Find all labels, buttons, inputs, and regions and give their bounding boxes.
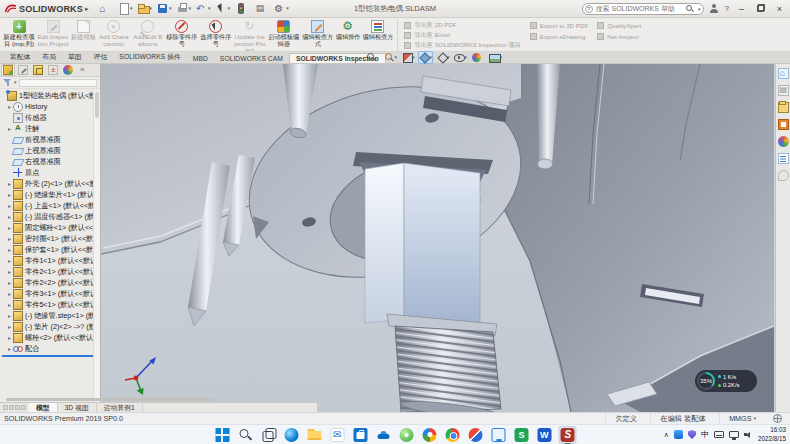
taskbar-item[interactable]	[214, 426, 232, 444]
taskbar-item[interactable]	[467, 426, 485, 444]
search-caret-icon[interactable]: ▾	[698, 6, 701, 12]
manager-tab[interactable]	[61, 64, 75, 76]
tree-item[interactable]: ▸ 注解	[0, 123, 100, 134]
expand-caret-icon[interactable]: ▸	[6, 125, 13, 132]
taskbar-item[interactable]	[352, 426, 370, 444]
ribbon-tab[interactable]: 评估	[88, 51, 114, 63]
quick-tool-button[interactable]: ▾	[138, 3, 153, 14]
3d-model-view[interactable]	[101, 64, 774, 412]
task-pane-tab[interactable]	[777, 169, 790, 182]
expand-caret-icon[interactable]: ▸	[6, 202, 13, 209]
tray-expand-icon[interactable]: ∧	[664, 431, 669, 439]
minimize-button[interactable]: –	[735, 3, 748, 15]
restore-button[interactable]	[754, 3, 767, 15]
manager-tab[interactable]	[1, 64, 15, 76]
tree-item[interactable]: ▸ History	[0, 101, 100, 112]
graphics-area[interactable]: ▾ ▾ ▾ ▾	[101, 64, 775, 412]
task-pane-tab[interactable]	[777, 101, 790, 114]
task-pane-tab[interactable]	[777, 84, 790, 97]
view-tab[interactable]: 运动算例1	[97, 403, 143, 412]
dropdown-caret-icon[interactable]: ▾	[189, 6, 192, 11]
ribbon-button[interactable]: 移除零件序号	[165, 19, 199, 51]
tree-rollback-bar[interactable]	[2, 355, 98, 357]
tree-scrollbar[interactable]	[93, 90, 100, 408]
headsup-button[interactable]: ▾	[488, 51, 504, 64]
headsup-button[interactable]: ▾	[435, 51, 451, 64]
view-tab[interactable]: 模型	[29, 403, 58, 412]
taskbar-item[interactable]	[513, 426, 531, 444]
ribbon-button[interactable]: 启动模板编辑器	[267, 19, 301, 51]
ribbon-button[interactable]: 编辑检查方式	[301, 19, 335, 51]
dropdown-caret-icon[interactable]: ▾	[208, 6, 211, 11]
tree-item[interactable]: ▸ (-) 上盖<1> (默认<<默认>_显示状	[0, 200, 100, 211]
taskbar-item[interactable]	[490, 426, 508, 444]
tree-item[interactable]: ▸ 传感器	[0, 112, 100, 123]
dropdown-caret-icon[interactable]: ▾	[228, 6, 231, 11]
quick-tool-button[interactable]: ▾	[274, 3, 289, 14]
manager-tab[interactable]	[46, 64, 60, 76]
manager-tab[interactable]	[16, 64, 30, 76]
quick-tool-button[interactable]: ▾	[99, 3, 114, 14]
status-item[interactable]: MMGS ▾	[719, 413, 765, 424]
expand-caret-icon[interactable]: ▸	[6, 235, 13, 242]
taskbar-item[interactable]	[398, 426, 416, 444]
export-button[interactable]: QualityXpert	[597, 21, 641, 31]
quick-tool-button[interactable]: ▾	[157, 3, 172, 14]
expand-caret-icon[interactable]: ▸	[6, 191, 13, 198]
expand-caret-icon[interactable]: ▸	[6, 268, 13, 275]
dropdown-caret-icon[interactable]: ▾	[150, 6, 153, 11]
ribbon-tab[interactable]: 装配体	[4, 51, 36, 63]
expand-caret-icon[interactable]: ▸	[6, 345, 13, 352]
taskbar-item[interactable]	[237, 426, 255, 444]
taskbar-item[interactable]	[444, 426, 462, 444]
login-icon[interactable]	[710, 4, 719, 13]
menu-flyout-arrow[interactable]: ▸	[85, 5, 89, 13]
volume-icon[interactable]	[744, 431, 753, 439]
dropdown-caret-icon[interactable]: ▾	[286, 6, 289, 11]
tree-item[interactable]: ▸ 零件1<1> (默认<<默认>_显示状态	[0, 255, 100, 266]
status-item[interactable]: 欠定义 ▾	[605, 413, 650, 424]
dropdown-caret-icon[interactable]: ▾	[395, 55, 398, 60]
ribbon-tab[interactable]: 布局	[36, 51, 62, 63]
tree-item[interactable]: ▸ 螺栓<2> (默认<<默认>_显示状态	[0, 332, 100, 343]
tree-root-item[interactable]: ▸ 1型铠装热电偶 (默认<默认_显示状态-1	[0, 90, 100, 101]
expand-caret-icon[interactable]: ▸	[6, 103, 13, 110]
taskbar-item[interactable]	[283, 426, 301, 444]
ime-indicator[interactable]: 中	[701, 429, 709, 440]
taskbar-clock[interactable]: 16:03 2022/8/15	[758, 426, 786, 442]
headsup-button[interactable]: ▾	[400, 51, 416, 64]
export-button[interactable]: 导出至 2D PDF	[404, 21, 520, 30]
tree-item[interactable]: ▸ 零件2<2> (默认<<默认>_显示状态	[0, 277, 100, 288]
ribbon-tab[interactable]: MBD	[187, 54, 214, 63]
headsup-button[interactable]: ▾	[383, 51, 399, 64]
tray-app-icon[interactable]	[674, 430, 683, 439]
tree-item[interactable]: ▸ 原点	[0, 167, 100, 178]
tree-item[interactable]: ▸ 固定螺栓<1> (默认<<默认>_显示	[0, 222, 100, 233]
filter-input[interactable]	[19, 79, 97, 87]
expand-caret-icon[interactable]: ▸	[6, 213, 13, 220]
network-speed-overlay[interactable]: 35% 1 K/s 0.2K/s	[695, 370, 757, 392]
tree-item[interactable]: ▸ 密封圈<1> (默认<<默认>_显示状	[0, 233, 100, 244]
manager-tab[interactable]	[76, 64, 90, 76]
expand-caret-icon[interactable]: ▸	[6, 279, 13, 286]
tree-item[interactable]: ▸ 零件3<1> (默认<<默认>_显示状态	[0, 288, 100, 299]
ribbon-button[interactable]: 编辑检查方	[362, 19, 395, 51]
ribbon-tab[interactable]: 草图	[62, 51, 88, 63]
tree-item[interactable]: ▸ 零件2<1> (默认<<默认>_显示状态	[0, 266, 100, 277]
quick-tool-button[interactable]: ▾	[177, 3, 192, 14]
taskbar-item[interactable]	[421, 426, 439, 444]
tree-item[interactable]: ▸ 右视基准面	[0, 156, 100, 167]
tree-item[interactable]: ▸ 前视基准面	[0, 134, 100, 145]
tree-item[interactable]: ▸ 保护套<1> (默认<<默认>_显示状	[0, 244, 100, 255]
manager-tab[interactable]	[31, 64, 45, 76]
expand-caret-icon[interactable]: ▸	[6, 246, 13, 253]
ribbon-button[interactable]: Add Characteristic	[97, 19, 131, 51]
search-icon[interactable]	[686, 5, 694, 13]
scrollbar-thumb[interactable]	[95, 92, 99, 118]
expand-caret-icon[interactable]: ▸	[6, 224, 13, 231]
taskbar-item[interactable]	[536, 426, 554, 444]
view-tab[interactable]: 3D 视图	[58, 403, 97, 412]
task-pane-tab[interactable]	[777, 152, 790, 165]
ribbon-button[interactable]: Edit Inspection Project	[36, 19, 70, 51]
globe-icon[interactable]	[773, 414, 782, 423]
